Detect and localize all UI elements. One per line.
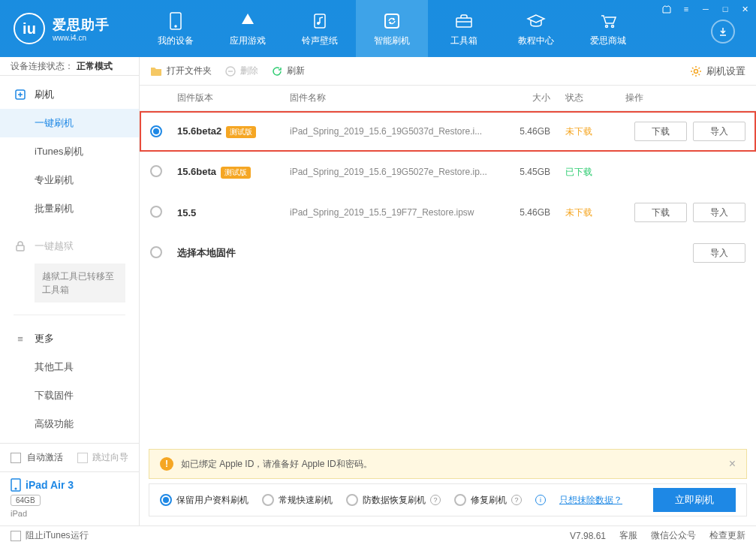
svg-point-11 (15, 488, 17, 489)
svg-point-1 (175, 26, 176, 27)
import-button[interactable]: 导入 (693, 243, 745, 263)
warning-icon: ! (160, 457, 173, 471)
sidebar-item-download-fw[interactable]: 下载固件 (0, 381, 139, 410)
device-type: iPad (11, 509, 128, 518)
firmware-row[interactable]: 15.5 iPad_Spring_2019_15.5_19F77_Restore… (140, 192, 756, 233)
svg-rect-9 (17, 245, 24, 251)
checkbox-icon[interactable] (77, 453, 88, 463)
titlebar: iu 爱思助手 www.i4.cn 我的设备 应用游戏 铃声壁纸 智能刷机 工具… (0, 0, 756, 57)
folder-icon (150, 66, 162, 77)
skin-icon[interactable] (660, 3, 673, 15)
nav-apps[interactable]: 应用游戏 (212, 0, 284, 57)
sidebar-bottom: 自动激活 跳过向导 iPad Air 3 64GB iPad (0, 443, 139, 525)
device-info[interactable]: iPad Air 3 64GB iPad (0, 471, 139, 525)
download-button[interactable]: 下载 (634, 122, 687, 141)
block-itunes-checkbox[interactable]: 阻止iTunes运行 (11, 529, 89, 542)
sidebar-item-other-tools[interactable]: 其他工具 (0, 353, 139, 381)
opt-fast[interactable]: 常规快速刷机 (262, 494, 333, 507)
support-link[interactable]: 客服 (619, 529, 637, 542)
version-text: 15.6beta (177, 166, 216, 177)
check-update-link[interactable]: 检查更新 (709, 529, 745, 542)
sidebar-item-advanced[interactable]: 高级功能 (0, 410, 139, 438)
firmware-name: iPad_Spring_2019_15.5_19F77_Restore.ipsw (290, 207, 505, 218)
menu-icon[interactable]: ≡ (679, 3, 693, 15)
logo-icon: iu (14, 13, 45, 44)
download-indicator[interactable] (711, 20, 735, 44)
help-icon[interactable]: ? (430, 495, 441, 505)
sidebar-item-oneclick[interactable]: 一键刷机 (0, 109, 139, 137)
app-subtitle: www.i4.cn (53, 34, 110, 42)
opt-repair[interactable]: 修复刷机? (454, 494, 522, 507)
sidebar-group-more[interactable]: ≡ 更多 (0, 324, 139, 353)
download-button[interactable]: 下载 (634, 203, 687, 222)
sidebar-item-itunes[interactable]: iTunes刷机 (0, 137, 139, 166)
more-icon: ≡ (14, 332, 27, 345)
firmware-table: 15.6beta2测试版 iPad_Spring_2019_15.6_19G50… (140, 111, 756, 273)
delete-icon (225, 66, 236, 77)
wechat-link[interactable]: 微信公众号 (651, 529, 696, 542)
svg-rect-5 (456, 18, 471, 27)
import-button[interactable]: 导入 (693, 122, 745, 141)
svg-rect-4 (385, 14, 399, 28)
refresh-button[interactable]: 刷新 (272, 65, 305, 77)
flash-settings-button[interactable]: 刷机设置 (690, 65, 745, 78)
firmware-status: 未下载 (565, 125, 625, 138)
beta-badge: 测试版 (221, 167, 251, 179)
table-header: 固件版本 固件名称 大小 状态 操作 (140, 86, 756, 111)
version-text: 选择本地固件 (177, 247, 236, 258)
toolbar: 打开文件夹 删除 刷新 刷机设置 (140, 57, 756, 86)
warning-bar: ! 如已绑定 Apple ID，请准备好 Apple ID和密码。 × (149, 449, 747, 479)
logo-area: iu 爱思助手 www.i4.cn (0, 0, 140, 57)
radio-button[interactable] (150, 206, 162, 218)
svg-point-7 (612, 25, 614, 27)
cart-icon (598, 11, 618, 32)
device-icon (169, 11, 182, 32)
checkbox-icon[interactable] (11, 531, 21, 541)
app-title: 爱思助手 (53, 16, 110, 34)
nav-store[interactable]: 爱思商城 (572, 0, 644, 57)
delete-button[interactable]: 删除 (225, 65, 258, 77)
firmware-size: 5.46GB (505, 126, 565, 137)
help-icon[interactable]: ? (511, 495, 522, 505)
import-button[interactable]: 导入 (693, 203, 745, 222)
checkbox-icon[interactable] (11, 453, 21, 463)
close-warning-button[interactable]: × (729, 457, 736, 471)
device-capacity: 64GB (11, 495, 41, 506)
nav-my-device[interactable]: 我的设备 (140, 0, 212, 57)
firmware-row[interactable]: 15.6beta测试版 iPad_Spring_2019_15.6_19G502… (140, 152, 756, 192)
nav-tutorials[interactable]: 教程中心 (500, 0, 572, 57)
version-text: 15.6beta2 (177, 125, 221, 137)
auto-activate-row[interactable]: 自动激活 跳过向导 (0, 444, 139, 471)
opt-anti-recovery[interactable]: 防数据恢复刷机? (346, 494, 441, 507)
flash-now-button[interactable]: 立即刷机 (653, 488, 736, 512)
radio-button[interactable] (150, 125, 162, 137)
opt-keep-data[interactable]: 保留用户资料刷机 (160, 494, 248, 507)
nav-flash[interactable]: 智能刷机 (356, 0, 428, 57)
statusbar: 阻止iTunes运行 V7.98.61 客服 微信公众号 检查更新 (0, 525, 756, 545)
main-area: 设备连接状态： 正常模式 刷机 一键刷机 iTunes刷机 专业刷机 批量刷机 … (0, 57, 756, 525)
nav-toolbox[interactable]: 工具箱 (428, 0, 500, 57)
info-icon[interactable]: i (535, 495, 546, 505)
minimize-button[interactable]: ─ (699, 3, 712, 15)
erase-link[interactable]: 只想抹除数据？ (559, 494, 622, 507)
firmware-row[interactable]: 15.6beta2测试版 iPad_Spring_2019_15.6_19G50… (140, 111, 756, 152)
version-text: 15.5 (177, 207, 196, 218)
firmware-status: 未下载 (565, 206, 625, 219)
nav-ringtones[interactable]: 铃声壁纸 (284, 0, 356, 57)
lock-icon (14, 239, 27, 253)
radio-button[interactable] (150, 165, 162, 177)
maximize-button[interactable]: □ (718, 3, 732, 15)
open-folder-button[interactable]: 打开文件夹 (150, 65, 212, 77)
close-button[interactable]: ✕ (738, 3, 751, 15)
toolbox-icon (454, 11, 474, 32)
music-icon (312, 11, 328, 32)
flash-group-icon (14, 88, 27, 101)
firmware-row[interactable]: 选择本地固件 导入 (140, 233, 756, 273)
radio-button[interactable] (150, 246, 162, 258)
sidebar-group-flash[interactable]: 刷机 (0, 80, 139, 109)
window-controls: ≡ ─ □ ✕ (660, 3, 751, 15)
sidebar-item-batch[interactable]: 批量刷机 (0, 194, 139, 223)
sidebar-item-pro[interactable]: 专业刷机 (0, 166, 139, 194)
beta-badge: 测试版 (226, 126, 256, 138)
flash-action-bar: 保留用户资料刷机 常规快速刷机 防数据恢复刷机? 修复刷机? i 只想抹除数据？… (149, 483, 747, 516)
